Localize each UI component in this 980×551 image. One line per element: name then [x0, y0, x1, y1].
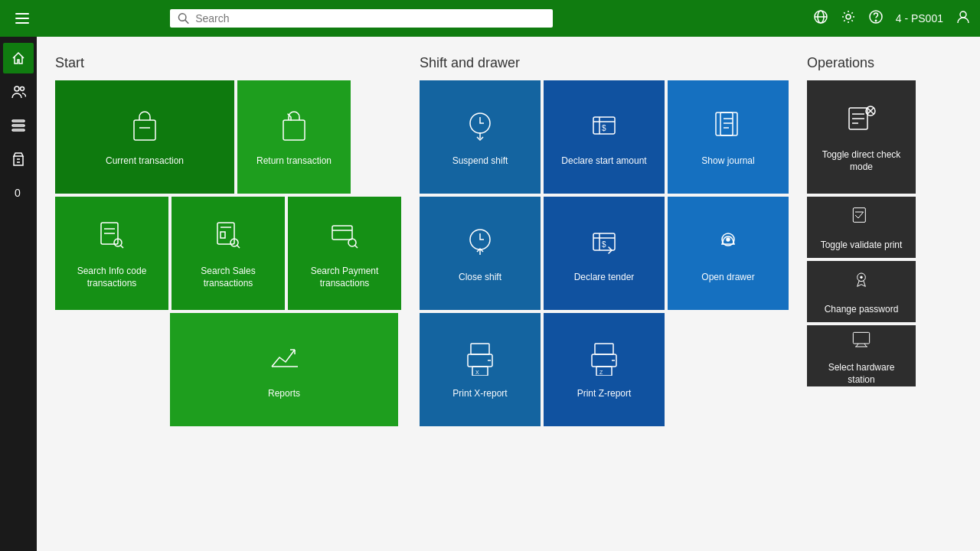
search-doc-icon: [93, 217, 130, 258]
svg-rect-75: [853, 333, 869, 344]
svg-text:$: $: [602, 240, 606, 249]
svg-line-77: [864, 344, 867, 347]
sidebar-item-home[interactable]: [3, 43, 34, 73]
shift-row2: Close shift $ Declare tend: [420, 197, 789, 310]
search-bar[interactable]: [170, 9, 553, 28]
svg-point-74: [861, 276, 863, 279]
chart-icon: [266, 339, 302, 380]
sidebar-item-customers[interactable]: [3, 77, 34, 107]
user-icon[interactable]: [956, 9, 971, 28]
tile-search-payment[interactable]: Search Payment transactions: [288, 197, 401, 310]
search-sales-icon: [210, 217, 247, 258]
shift-row3: X Print X-report Z: [420, 313, 789, 426]
start-row3: Reports: [55, 313, 401, 426]
suspend-shift-icon: [462, 106, 498, 148]
tile-toggle-validate-print-label: Toggle validate print: [821, 240, 903, 252]
svg-rect-18: [134, 120, 155, 140]
svg-point-8: [846, 15, 851, 19]
declare-tender-icon: $: [586, 223, 622, 264]
tile-print-x-report-label: Print X-report: [452, 388, 507, 400]
svg-text:X: X: [475, 370, 479, 375]
user-label[interactable]: 4 - PS001: [896, 12, 943, 24]
tile-print-z-report[interactable]: Z Print Z-report: [544, 313, 665, 426]
tile-declare-tender[interactable]: $ Declare tender: [544, 197, 665, 310]
globe-icon[interactable]: [813, 9, 828, 28]
tile-open-drawer[interactable]: Open drawer: [668, 197, 789, 310]
tile-search-info-code[interactable]: Search Info code transactions: [55, 197, 168, 310]
svg-line-76: [856, 344, 858, 347]
svg-point-3: [178, 14, 186, 21]
svg-rect-59: [595, 344, 613, 354]
svg-line-4: [185, 20, 188, 23]
tile-toggle-direct-check-label: Toggle direct check mode: [816, 149, 906, 173]
select-hardware-station-icon: [849, 325, 874, 354]
tile-search-info-code-label: Search Info code transactions: [64, 266, 159, 289]
menu-button[interactable]: [9, 8, 35, 28]
topbar: 4 - PS001: [0, 0, 980, 37]
tile-select-hardware-station[interactable]: Select hardware station: [807, 325, 916, 386]
svg-rect-1: [15, 18, 29, 19]
main-layout: 0 Start: [0, 37, 980, 551]
tile-reports-label: Reports: [268, 388, 300, 400]
svg-text:Z: Z: [599, 370, 603, 375]
start-row2: Search Info code transactions: [55, 197, 401, 310]
declare-start-icon: $: [586, 106, 622, 148]
tile-change-password-label: Change password: [825, 304, 899, 316]
svg-rect-43: [720, 112, 737, 135]
svg-rect-56: [472, 367, 488, 376]
start-row1: Current transaction Return transaction: [55, 80, 401, 194]
tile-close-shift[interactable]: Close shift: [420, 197, 541, 310]
show-journal-icon: [710, 106, 746, 148]
search-payment-icon: [326, 217, 363, 258]
shopping-bag-icon: [126, 106, 163, 148]
tile-show-journal-label: Show journal: [701, 155, 754, 168]
change-password-icon: [849, 267, 874, 296]
tile-change-password[interactable]: Change password: [807, 261, 916, 322]
content-area: Start Current transaction: [37, 37, 980, 551]
tile-select-hardware-station-label: Select hardware station: [816, 362, 906, 386]
sidebar-item-orders[interactable]: [3, 144, 34, 174]
toggle-validate-print-icon: [849, 203, 874, 232]
operations-title: Operations: [807, 55, 916, 71]
svg-point-10: [875, 20, 877, 21]
return-bag-icon: [276, 106, 312, 148]
tile-return-transaction-label: Return transaction: [256, 155, 332, 168]
tile-toggle-validate-print[interactable]: Toggle validate print: [807, 197, 916, 258]
svg-text:$: $: [602, 124, 606, 132]
tile-search-payment-label: Search Payment transactions: [297, 266, 392, 289]
print-x-report-icon: X: [462, 339, 498, 380]
topbar-right: 4 - PS001: [813, 9, 971, 28]
svg-rect-54: [471, 344, 489, 354]
tile-suspend-shift[interactable]: Suspend shift: [420, 80, 541, 194]
tile-return-transaction[interactable]: Return transaction: [237, 80, 351, 194]
svg-rect-30: [332, 226, 352, 240]
svg-point-11: [960, 11, 966, 18]
svg-rect-2: [15, 22, 29, 24]
tile-toggle-direct-check[interactable]: Toggle direct check mode: [807, 80, 916, 194]
search-icon: [178, 12, 189, 24]
tile-reports[interactable]: Reports: [170, 313, 398, 426]
sidebar: 0: [0, 37, 37, 551]
tile-show-journal[interactable]: Show journal: [668, 80, 789, 194]
tile-search-sales[interactable]: Search Sales transactions: [172, 197, 285, 310]
help-icon[interactable]: [868, 9, 884, 28]
svg-rect-20: [283, 120, 305, 140]
tile-declare-start[interactable]: $ Declare start amount: [544, 80, 665, 194]
tile-declare-start-label: Declare start amount: [561, 155, 646, 168]
tile-print-x-report[interactable]: X Print X-report: [420, 313, 541, 426]
search-input[interactable]: [195, 12, 545, 24]
tile-open-drawer-label: Open drawer: [701, 272, 754, 284]
svg-rect-42: [716, 112, 733, 135]
svg-rect-15: [12, 125, 24, 126]
svg-text:0: 0: [15, 187, 21, 199]
sidebar-item-menu[interactable]: [3, 110, 34, 141]
shift-row1: Suspend shift $ Declare start amount: [420, 80, 789, 194]
svg-rect-14: [12, 120, 24, 122]
close-shift-icon: [462, 223, 498, 264]
sidebar-item-number[interactable]: 0: [3, 178, 34, 208]
tile-current-transaction[interactable]: Current transaction: [55, 80, 234, 194]
svg-point-53: [727, 238, 730, 241]
settings-icon[interactable]: [841, 9, 856, 28]
start-section: Start Current transaction: [55, 55, 401, 426]
shift-section: Shift and drawer Suspend shift: [420, 55, 789, 426]
